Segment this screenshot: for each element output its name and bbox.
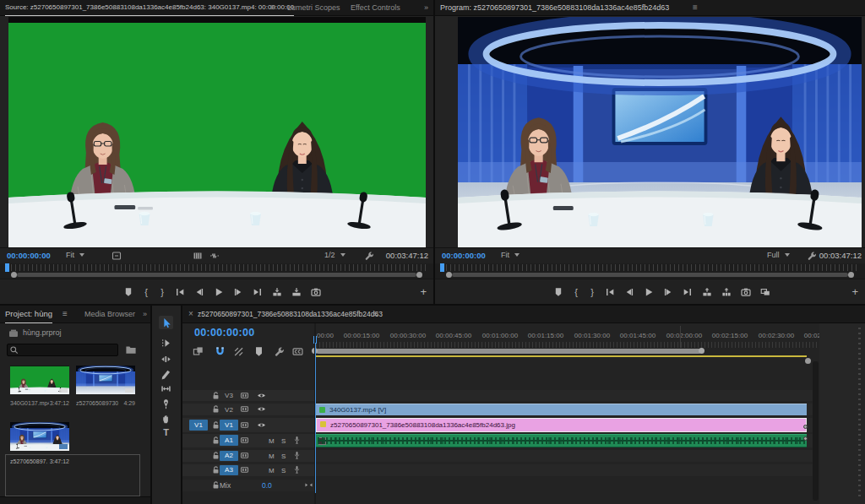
project-item-sequence[interactable] [10,422,69,451]
track-target-a1[interactable]: A1 [220,435,238,446]
sync-lock-icon[interactable] [240,465,249,474]
mark-in-button[interactable]: { [573,287,579,297]
source-button-editor-add[interactable]: + [420,285,427,298]
source-playback-resolution-select[interactable]: 1/2 [324,251,345,259]
timeline-panel-menu-icon[interactable]: ≡ [373,306,378,322]
overwrite-icon[interactable] [291,287,302,297]
solo-button[interactable]: S [281,467,286,474]
panel-resize-grip[interactable] [858,328,861,499]
eye-icon[interactable] [257,420,266,430]
track-content-a2[interactable] [316,450,813,462]
source-wrench-icon[interactable] [364,251,374,261]
project-item-label[interactable]: z5270650897... 3:47:12 [10,458,69,464]
program-zoom-handle-right[interactable] [848,272,854,278]
insert-icon[interactable] [272,287,282,297]
mix-level-value[interactable]: 0.0 [262,481,272,490]
source-zoom-handle-right[interactable] [416,272,422,278]
sync-lock-icon[interactable] [240,420,249,430]
mute-button[interactable]: M [269,437,275,445]
timeline-settings-wrench-icon[interactable] [274,346,285,357]
eye-icon[interactable] [257,404,266,414]
export-frame-icon[interactable] [741,287,751,297]
clip-v1-image[interactable]: z5270650897301_7386e50883108da1336ac4e85… [316,418,807,432]
source-settings-icon[interactable] [112,251,122,261]
program-time-ruler[interactable] [442,264,858,271]
mark-in-button[interactable]: { [143,287,150,297]
tab-sequence[interactable]: z5270650897301_7386e50883108da1336ac4e85… [198,306,383,322]
tool-selection[interactable] [159,316,173,329]
tool-type[interactable]: T [159,425,173,439]
go-to-out-icon[interactable] [253,287,263,297]
sync-lock-icon[interactable] [240,436,249,445]
solo-button[interactable]: S [281,453,286,460]
source-tab-overflow-icon[interactable]: » [424,0,428,15]
track-target-a3[interactable]: A3 [220,465,238,475]
sync-lock-icon[interactable] [240,404,249,414]
add-marker-icon[interactable] [553,287,563,297]
tab-project[interactable]: Project: hùng [5,306,52,323]
clip-a1-audio[interactable] [316,434,807,447]
project-search-input[interactable] [7,344,118,356]
snap-magnet-icon[interactable] [215,346,226,357]
program-panel-menu-icon[interactable]: ≡ [693,0,698,15]
tab-program[interactable]: Program: z5270650897301_7386e50883108da1… [440,0,669,15]
program-playhead[interactable] [440,263,444,272]
source-time-ruler[interactable] [7,264,427,271]
timeline-close-icon[interactable]: × [188,306,193,322]
add-marker-icon[interactable] [253,346,264,357]
source-zoom-select[interactable]: Fit [66,251,84,259]
drag-audio-only-icon[interactable] [209,251,220,261]
track-content-v3[interactable] [316,390,813,401]
source-panel-menu-icon[interactable]: ≡ [270,0,275,15]
tab-media-browser[interactable]: Media Browser [84,306,135,322]
step-forward-icon[interactable] [233,287,243,297]
linked-selection-icon[interactable] [233,346,244,357]
scroll-handle[interactable] [805,358,811,364]
captions-icon[interactable] [292,346,303,357]
program-ruler-strip[interactable] [435,263,865,279]
tab-effect-controls[interactable]: Effect Controls [351,0,400,15]
extract-icon[interactable] [721,287,732,297]
mic-icon[interactable] [292,451,302,460]
timeline-ruler-ticks[interactable] [316,342,862,348]
step-back-icon[interactable] [194,287,204,297]
go-to-out-icon[interactable] [683,287,693,297]
program-wrench-icon[interactable] [807,251,817,261]
tool-slip[interactable] [159,382,173,395]
step-back-icon[interactable] [624,287,634,297]
timeline-timecode[interactable]: 00:00:00:00 [194,327,254,339]
source-timecode[interactable]: 00:00:00:00 [7,251,51,260]
tool-pen[interactable] [159,397,173,410]
tool-ripple-edit[interactable] [159,352,173,366]
play-icon[interactable] [644,287,654,297]
program-zoom-scrollbar[interactable] [452,273,848,277]
track-target-v1[interactable]: V1 [220,420,238,431]
project-item-label[interactable]: 340G0137.mp4 3:47:12 [10,400,69,406]
timeline-zoom-handle-right[interactable] [699,348,705,354]
project-panel-menu-icon[interactable]: ≡ [63,306,68,322]
program-timecode[interactable]: 00:00:00:00 [442,251,486,260]
clip-edge-handle[interactable] [803,436,808,441]
keyframe-nav-icon[interactable] [304,480,313,490]
program-button-editor-add[interactable]: + [851,285,858,298]
eye-icon[interactable] [257,391,266,400]
tool-hand[interactable] [159,412,173,425]
track-name[interactable]: V2 [220,406,238,414]
mute-button[interactable]: M [269,453,275,460]
sync-lock-icon[interactable] [240,391,249,400]
source-zoom-scrollbar[interactable] [17,273,416,277]
tool-razor[interactable] [159,367,173,381]
mark-out-button[interactable]: } [589,287,596,297]
nest-toggle-icon[interactable] [193,346,204,357]
mute-button[interactable]: M [269,467,275,474]
program-zoom-select[interactable]: Fit [501,251,520,259]
new-bin-folder-icon[interactable] [125,344,137,355]
mic-icon[interactable] [292,465,302,474]
clip-v2-video[interactable]: 340G0137.mp4 [V] [316,404,807,415]
timeline-vertical-scrollbar[interactable] [813,361,819,501]
track-content-a3[interactable] [316,464,813,476]
export-frame-icon[interactable] [311,287,321,297]
track-name[interactable]: V3 [220,392,238,399]
source-zoom-handle-left[interactable] [11,272,17,278]
track-target-a2[interactable]: A2 [220,451,238,461]
